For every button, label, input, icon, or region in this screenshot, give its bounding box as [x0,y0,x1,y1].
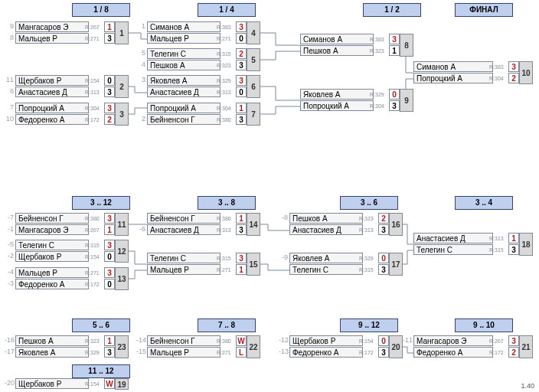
score: 1 [236,264,247,275]
version-label: 1.40 [521,382,534,390]
player: Яковлев А [147,75,220,86]
match-9: Яковлев АR:3290Попроцкий АR:30439 [300,89,413,112]
match-number: 4 [247,21,260,44]
score: 3 [389,34,400,44]
score: 2 [508,347,519,358]
seed: -11 [403,336,412,344]
player: Бейненсон Г [147,335,220,346]
player: Мальцев Р [147,347,220,358]
match-number: 16 [389,213,403,236]
seed: -8 [279,214,288,221]
rating: R:172 [85,117,100,122]
player: Пешков А [15,335,89,346]
player: Федоренко А [289,347,363,358]
player: Пешков А [147,60,220,70]
score: 1 [389,45,400,56]
player: Щербаков Р [15,75,89,86]
seed: 3 [136,76,145,83]
match-number: 10 [519,61,533,84]
score: W [104,378,115,389]
player: Симанов А [300,34,374,44]
match-18: Анастасиев ДR:3131Телегин СR:315318 [413,233,526,256]
match-15: Телегин СR:3153Мальцев РR:271115 [147,253,260,276]
score: 2 [508,73,519,83]
rating: R:313 [217,227,231,233]
round-header-r36: 3 .. 6 [340,196,398,210]
player: Мангасаров Э [15,21,89,32]
player: Мальцев Р [147,264,220,275]
player: Пешков А [300,45,374,56]
player: Бейненсон Г [15,213,89,224]
rating: R:383 [217,24,231,30]
player: Анастасиев Д [289,224,363,235]
match-16: -8Пешков АR:3232Анастасиев ДR:313316 [289,213,402,236]
rating: R:172 [489,350,504,355]
match-number: 18 [519,233,533,256]
player: Телегин С [15,240,89,250]
score: 2 [104,114,115,125]
round-header-r38: 3 .. 8 [198,196,256,210]
player: Мальцев Р [15,267,89,278]
rating: R:380 [85,216,100,221]
rating: R:315 [217,256,231,261]
rating: R:380 [217,117,231,122]
match-number: 11 [115,213,129,236]
seed: -4 [5,268,14,276]
round-header-r12: 1 / 2 [363,3,421,17]
seed: 10 [5,115,14,122]
seed: 1 [136,22,145,30]
score: 0 [104,251,115,262]
player: Пешков А [289,213,363,224]
rating: R:315 [217,51,231,57]
match-number: 3 [115,103,129,126]
player: Яковлев А [289,253,363,263]
match-5: 5Телегин СR:31524Пешков АR:32335 [147,48,260,71]
round-header-r1112: 11 .. 12 [72,364,130,378]
match-number: 14 [247,213,260,236]
rating: R:315 [85,243,100,248]
player: Мальцев Р [15,33,89,44]
rating: R:154 [85,381,100,387]
match-22: -14Бейненсон ГR:380W-15Мальцев РR:271L22 [147,335,260,358]
match-number: 7 [247,103,260,126]
score: 1 [104,224,115,235]
seed: -12 [279,336,288,344]
rating: R:304 [489,76,504,81]
score: 3 [236,75,247,86]
rating: R:329 [85,350,100,355]
match-8: Симанов АR:3833Пешков АR:32318 [300,34,413,57]
score: L [236,347,247,358]
score: 0 [236,33,247,44]
player: Попроцкий А [413,73,493,83]
round-header-r912: 9 .. 12 [340,318,398,332]
match-17: -9Яковлев АR:3290Телегин СR:315317 [289,253,402,276]
seed: -2 [5,252,14,260]
score: 0 [389,89,400,100]
rating: R:313 [359,227,374,233]
score: 3 [236,60,247,70]
rating: R:313 [489,236,504,241]
seed: -15 [136,348,145,355]
seed: -16 [5,336,14,344]
round-header-rfin: ФИНАЛ [455,3,513,17]
match-7: Попроцкий АR:30412Бейненсон ГR:38037 [147,103,260,126]
match-number: 8 [400,34,413,57]
player: Симанов А [413,61,493,72]
rating: R:383 [489,64,504,70]
score: 3 [236,21,247,32]
player: Анастасиев Д [147,87,220,97]
player: Щербаков Р [289,335,363,346]
match-6: 3Яковлев АR:3293Анастасиев ДR:31306 [147,75,260,98]
score: 0 [236,87,247,97]
match-number: 13 [115,267,129,290]
player: Анастасиев Д [147,224,220,235]
seed: 11 [5,76,14,83]
score: 3 [508,244,519,255]
score: 3 [104,267,115,278]
rating: R:380 [217,216,231,221]
rating: R:154 [85,254,100,260]
score: 3 [104,87,115,97]
player: Симанов А [147,21,220,32]
match-number: 5 [247,48,260,71]
player: Бейненсон Г [147,114,220,125]
